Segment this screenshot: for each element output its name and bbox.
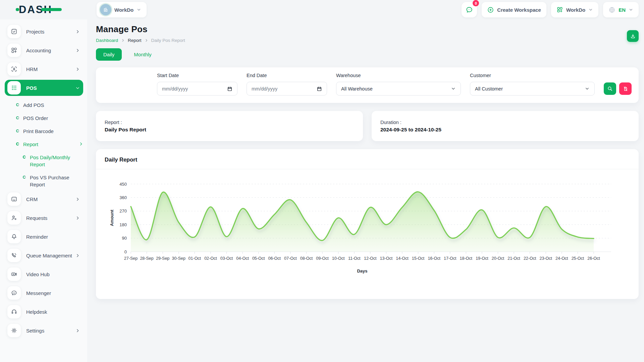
warehouse-label: Warehouse	[336, 73, 461, 78]
x-tick-label: 20-Oct	[492, 256, 504, 261]
chat-icon	[465, 6, 473, 14]
bullet-icon	[16, 129, 19, 132]
create-workspace-button[interactable]: Create Workspace	[482, 2, 546, 17]
bell-icon	[11, 233, 17, 240]
phone-call-icon	[11, 252, 17, 259]
grid-plus-icon	[556, 6, 563, 13]
chevron-right-icon	[75, 328, 80, 333]
sidebar-item-report[interactable]: Report	[5, 138, 83, 151]
daily-report-area-chart: 09018027036045027-Sep28-Sep29-Sep30-Sep0…	[108, 179, 611, 277]
sidebar-item-reminder[interactable]: Reminder	[5, 229, 83, 245]
chevron-right-icon	[75, 48, 80, 53]
sidebar-item-messenger[interactable]: Messenger	[5, 285, 83, 301]
page-title: Manage Pos	[96, 24, 185, 35]
search-icon	[607, 86, 613, 92]
x-tick-label: 16-Oct	[428, 256, 440, 261]
sidebar-item-helpdesk[interactable]: Helpdesk	[5, 304, 83, 320]
create-workspace-label: Create Workspace	[497, 7, 541, 13]
x-tick-label: 15-Oct	[412, 256, 425, 261]
main-content: Manage Pos Dashboard Report Daily Pos Re…	[87, 19, 644, 362]
breadcrumb-dashboard-link[interactable]: Dashboard	[96, 38, 118, 43]
y-tick-label: 360	[119, 195, 127, 200]
sidebar-item-print-barcode[interactable]: Print Barcode	[5, 125, 83, 138]
bullet-icon	[23, 156, 26, 159]
sidebar-item-pos-daily-monthly-report[interactable]: Pos Daily/Monthly Report	[5, 151, 83, 171]
breadcrumb-report-link[interactable]: Report	[128, 38, 142, 43]
sidebar-item-accounting[interactable]: Accounting	[5, 42, 83, 58]
language-label: EN	[619, 7, 626, 13]
x-tick-label: 26-Oct	[587, 256, 600, 261]
sidebar-item-pos[interactable]: POS	[5, 80, 83, 96]
y-tick-label: 180	[119, 222, 127, 227]
bullet-icon	[16, 142, 19, 145]
daily-report-card: Daily Report 09018027036045027-Sep28-Sep…	[96, 149, 639, 299]
search-button[interactable]	[604, 82, 616, 95]
logo-dot	[16, 8, 19, 11]
sidebar-item-hrm[interactable]: HRM	[5, 61, 83, 77]
tab-monthly[interactable]: Monthly	[126, 48, 159, 61]
x-tick-label: 17-Oct	[444, 256, 457, 261]
end-date-label: End Date	[247, 73, 327, 78]
customer-select[interactable]: All Customer	[470, 82, 595, 96]
logo[interactable]: DASH	[0, 4, 87, 16]
sidebar-item-settings[interactable]: Settings	[5, 322, 83, 339]
report-label: Report :	[105, 120, 354, 125]
duration-value: 2024-09-25 to 2024-10-25	[380, 127, 630, 133]
sidebar-item-pos-vs-purchase-report[interactable]: Pos VS Purchase Report	[5, 171, 83, 191]
sidebar-item-crm[interactable]: CRM	[5, 191, 83, 207]
tab-daily[interactable]: Daily	[96, 48, 122, 61]
sidebar-item-pos-order[interactable]: POS Order	[5, 112, 83, 125]
chevron-down-icon	[588, 7, 593, 12]
app-root: DASH WorkDo 0 Create Workspace	[0, 0, 644, 362]
download-icon	[630, 33, 636, 39]
y-tick-label: 90	[122, 236, 127, 241]
chat-button[interactable]: 0	[462, 2, 477, 17]
sidebar-item-add-pos[interactable]: Add POS	[5, 99, 83, 112]
x-tick-label: 14-Oct	[396, 256, 409, 261]
end-date-input[interactable]: mm/dd/yyyy	[247, 82, 327, 96]
breadcrumb-current: Daily Pos Report	[151, 38, 185, 43]
gear-icon	[11, 327, 17, 334]
x-tick-label: 22-Oct	[524, 256, 536, 261]
topbar: DASH WorkDo 0 Create Workspace	[0, 0, 644, 19]
sidebar-item-requests[interactable]: Requests	[5, 210, 83, 226]
x-tick-label: 27-Sep	[124, 256, 138, 261]
start-date-input[interactable]: mm/dd/yyyy	[157, 82, 237, 96]
language-selector[interactable]: EN	[603, 2, 639, 17]
workspace-label: WorkDo	[114, 7, 133, 13]
user-plus-icon	[11, 215, 17, 221]
breadcrumb-separator-icon	[145, 39, 148, 42]
sidebar: Projects Accounting HRM POS Add POS	[0, 19, 87, 362]
sidebar-item-projects[interactable]: Projects	[5, 23, 83, 40]
sidebar-item-video-hub[interactable]: Video Hub	[5, 266, 83, 282]
x-tick-label: 03-Oct	[220, 256, 233, 261]
chart-title: Daily Report	[105, 157, 137, 163]
chevron-right-icon	[75, 216, 80, 220]
workdo-menu-button[interactable]: WorkDo	[551, 2, 598, 17]
plus-circle-icon	[487, 6, 494, 13]
duration-summary-card: Duration : 2024-09-25 to 2024-10-25	[372, 111, 639, 141]
warehouse-select[interactable]: All Warehouse	[336, 82, 461, 96]
x-tick-label: 29-Sep	[156, 256, 169, 261]
report-summary-card: Report : Daily Pos Report	[96, 111, 363, 141]
x-tick-label: 25-Oct	[572, 256, 584, 261]
user-scan-icon	[11, 66, 17, 72]
reset-filter-button[interactable]	[619, 82, 632, 95]
y-axis-title: Amount	[109, 209, 114, 226]
x-axis-title: Days	[357, 268, 367, 274]
bullet-icon	[16, 116, 19, 119]
video-camera-icon	[11, 271, 17, 278]
x-tick-label: 24-Oct	[555, 256, 568, 261]
sidebar-item-queue-management[interactable]: Queue Management	[5, 247, 83, 263]
workspace-selector[interactable]: WorkDo	[97, 2, 147, 17]
logo-dash-accent	[41, 8, 62, 11]
headphones-icon	[11, 308, 17, 315]
report-value: Daily Pos Report	[105, 127, 354, 133]
x-tick-label: 05-Oct	[252, 256, 265, 261]
x-tick-label: 07-Oct	[284, 256, 297, 261]
x-tick-label: 12-Oct	[364, 256, 377, 261]
download-button[interactable]	[627, 30, 639, 42]
chevron-right-icon	[75, 197, 80, 201]
chevron-right-icon	[75, 253, 80, 258]
x-tick-label: 02-Oct	[204, 256, 217, 261]
